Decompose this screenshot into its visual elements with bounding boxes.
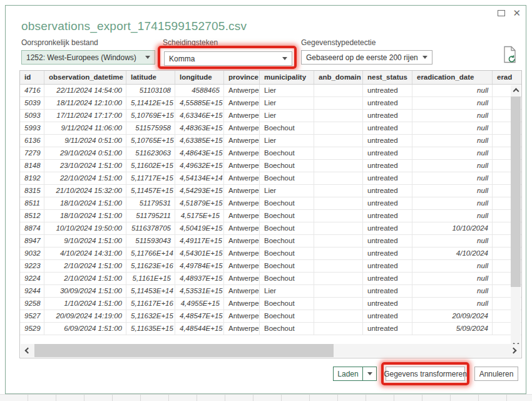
table-cell: untreated xyxy=(363,222,412,234)
restore-window-icon[interactable] xyxy=(498,10,505,16)
delimiter-dropdown[interactable]: Komma xyxy=(164,51,292,66)
column-header-municipality[interactable]: municipality xyxy=(260,71,314,84)
table-cell: 5,11453E+14 xyxy=(126,285,175,297)
table-header-row: idobservation_datetimelatitudelongitudep… xyxy=(20,71,521,85)
table-cell: null xyxy=(412,97,493,109)
chevron-down-icon xyxy=(282,57,287,60)
table-cell: Antwerpen xyxy=(224,273,260,284)
table-body: 471622/11/2024 14:54:00511031084588465An… xyxy=(20,85,521,335)
table-cell: 8511 xyxy=(20,197,44,209)
chevron-down-icon xyxy=(422,56,427,59)
table-cell: 9032 xyxy=(20,247,44,259)
scroll-right-icon[interactable] xyxy=(508,348,521,353)
table-cell xyxy=(314,160,363,172)
column-header-nest_status[interactable]: nest_status xyxy=(363,71,412,84)
csv-import-dialog: ✕ observations_export_1741599152705.csv … xyxy=(5,5,526,394)
chevron-down-icon xyxy=(367,372,372,375)
cancel-button[interactable]: Annuleren xyxy=(474,367,518,381)
table-cell: 5116378705 xyxy=(126,222,175,234)
table-cell: Boechout xyxy=(260,260,314,272)
table-row: 61369/11/2024 0:51:005,10765E+154,63385E… xyxy=(20,135,521,147)
horizontal-scroll-thumb[interactable] xyxy=(34,344,334,357)
transform-highlight-annotation: Gegevens transformeren xyxy=(381,362,469,385)
table-cell: Antwerpen xyxy=(224,147,260,159)
table-cell xyxy=(493,135,512,147)
table-cell xyxy=(314,310,363,322)
table-cell: 23/10/2024 1:51:00 xyxy=(44,160,126,172)
column-header-observation_datetime[interactable]: observation_datetime xyxy=(44,71,126,84)
table-cell: 18/10/2024 1:51:00 xyxy=(44,197,126,209)
column-header-eradica[interactable]: eradica xyxy=(493,71,512,84)
table-cell: null xyxy=(412,210,493,222)
file-refresh-icon[interactable] xyxy=(503,46,517,63)
table-cell: Lier xyxy=(260,85,314,96)
table-cell: Antwerpen xyxy=(224,222,260,234)
table-cell: null xyxy=(412,235,493,247)
table-cell: 5,11617E+16 xyxy=(126,298,175,310)
table-cell: untreated xyxy=(363,323,412,335)
vertical-scroll-thumb[interactable] xyxy=(511,96,521,287)
table-cell: Antwerpen xyxy=(224,260,260,272)
table-cell xyxy=(314,210,363,222)
type-detection-dropdown[interactable]: Gebaseerd op de eerste 200 rijen xyxy=(301,50,432,65)
table-cell: 4,5175E+15 xyxy=(175,210,224,222)
load-dropdown-button[interactable] xyxy=(362,367,377,381)
transform-data-button[interactable]: Gegevens transformeren xyxy=(386,367,465,381)
table-cell: null xyxy=(412,135,493,147)
table-cell xyxy=(493,110,512,122)
table-cell xyxy=(493,97,512,109)
vertical-scroll-track[interactable] xyxy=(511,95,521,340)
vertical-scrollbar[interactable] xyxy=(511,85,521,350)
column-header-longitude[interactable]: longitude xyxy=(175,71,224,84)
table-row: 814823/10/2024 1:51:005,11602E+154,49632… xyxy=(20,160,521,172)
table-cell: untreated xyxy=(363,172,412,184)
table-row: 92232/10/2024 1:51:005,11623E+164,49784E… xyxy=(20,260,521,273)
close-icon[interactable]: ✕ xyxy=(513,8,521,18)
table-cell: untreated xyxy=(363,298,412,310)
table-cell: 30/09/2024 1:51:00 xyxy=(44,285,126,297)
table-cell: 9/11/2024 11:06:00 xyxy=(44,122,126,134)
column-header-id[interactable]: id xyxy=(20,71,44,84)
table-cell xyxy=(493,122,512,134)
table-cell: untreated xyxy=(363,147,412,159)
table-cell: 4,49117E+15 xyxy=(175,235,224,247)
table-cell: null xyxy=(412,197,493,209)
column-header-latitude[interactable]: latitude xyxy=(126,71,175,84)
column-header-eradication_date[interactable]: eradication_date xyxy=(412,71,493,84)
origin-file-dropdown[interactable]: 1252: West-Europees (Windows) xyxy=(21,50,155,65)
table-cell: null xyxy=(412,122,493,134)
table-row: 89479/10/2024 1:51:005115930434,49117E+1… xyxy=(20,235,521,247)
column-header-province[interactable]: province xyxy=(224,71,260,84)
type-detection-label: Gegevenstypedetectie xyxy=(301,38,376,47)
scroll-left-icon[interactable] xyxy=(21,348,33,353)
table-row: 92581/10/2024 1:51:005,11617E+164,4955E+… xyxy=(20,298,521,310)
table-cell: 4,48937E+15 xyxy=(175,273,224,284)
horizontal-scrollbar[interactable] xyxy=(21,344,521,357)
table-cell: 20/09/2024 xyxy=(412,310,493,322)
table-cell: 4/10/2024 xyxy=(412,247,493,259)
table-row: 924430/09/2024 1:51:005,11453E+144,53531… xyxy=(20,285,521,298)
table-cell xyxy=(493,298,512,310)
table-cell: null xyxy=(412,160,493,172)
table-cell xyxy=(314,247,363,259)
load-button[interactable]: Laden xyxy=(333,367,363,381)
table-cell: 8512 xyxy=(20,210,44,222)
table-cell: 4,53531E+15 xyxy=(175,285,224,297)
table-cell: Boechout xyxy=(260,147,314,159)
column-header-anb_domain[interactable]: anb_domain xyxy=(314,71,363,84)
table-cell xyxy=(314,85,363,96)
table-cell xyxy=(314,147,363,159)
horizontal-scroll-track[interactable] xyxy=(33,344,508,357)
table-cell: untreated xyxy=(363,197,412,209)
table-cell: 9244 xyxy=(20,285,44,297)
table-cell: 2/10/2024 1:51:00 xyxy=(44,273,126,284)
table-cell: Antwerpen xyxy=(224,247,260,259)
table-cell: 4,49632E+15 xyxy=(175,160,224,172)
table-cell: Boechout xyxy=(260,222,314,234)
table-cell: 9224 xyxy=(20,273,44,284)
table-row: 95296/09/2024 1:51:005,11635E+154,48544E… xyxy=(20,323,521,335)
scroll-up-icon[interactable] xyxy=(511,85,521,95)
table-cell: 4,48643E+15 xyxy=(175,147,224,159)
table-cell xyxy=(314,110,363,122)
table-cell: 4,48363E+15 xyxy=(175,122,224,134)
